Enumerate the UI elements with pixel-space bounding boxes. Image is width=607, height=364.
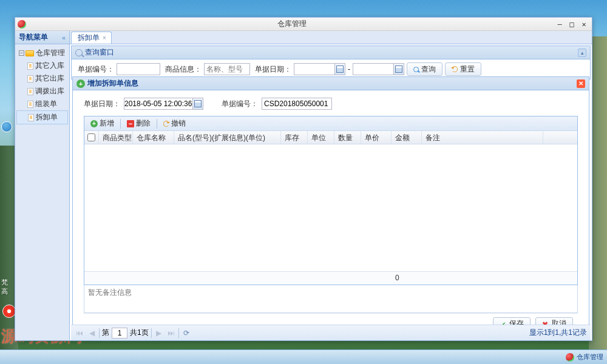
calendar-icon[interactable]	[393, 64, 404, 75]
summary-cell	[361, 272, 392, 285]
add-row-button[interactable]: +新增	[87, 117, 118, 130]
maximize-button[interactable]: □	[566, 20, 577, 29]
taskbar-app-label[interactable]: 仓库管理	[577, 352, 603, 362]
tree-item-1[interactable]: 其它出库	[16, 72, 68, 85]
column-header[interactable]: 金额	[392, 131, 422, 144]
window-title: 仓库管理	[30, 19, 554, 29]
search-icon	[75, 49, 83, 56]
column-header[interactable]: 单位	[308, 131, 334, 144]
select-all-checkbox[interactable]	[84, 131, 99, 144]
pager-refresh-icon[interactable]: ⟳	[181, 328, 191, 338]
order-no-input[interactable]	[117, 63, 160, 75]
panel-close-icon[interactable]: ✕	[577, 79, 585, 88]
query-button[interactable]: 查询	[407, 62, 443, 76]
plus-icon: +	[76, 79, 85, 88]
pager-last-icon[interactable]: ⏭	[166, 328, 176, 338]
column-header[interactable]: 单价	[361, 131, 392, 144]
form-order-no-input[interactable]	[262, 98, 332, 110]
search-panel-header: 查询窗口 ▴	[72, 46, 590, 59]
column-header[interactable]: 品名(型号)(扩展信息)(单位)	[174, 131, 281, 144]
minus-icon: −	[127, 120, 134, 127]
tree-item-2[interactable]: 调拨出库	[16, 85, 68, 98]
tab-close-icon[interactable]: ×	[103, 35, 106, 41]
column-header[interactable]: 仓库名称	[133, 131, 174, 144]
summary-cell	[422, 272, 543, 285]
delete-row-button[interactable]: −删除	[123, 117, 154, 130]
desktop-label: 梵高	[1, 278, 13, 296]
add-panel-header: + 增加拆卸单信息 ✕	[73, 77, 589, 90]
grid-body[interactable]	[84, 144, 577, 271]
date-label: 单据日期：	[255, 64, 291, 75]
nav-tree: − 仓库管理 其它入库其它出库调拨出库组装单拆卸单	[15, 44, 69, 127]
add-panel: + 增加拆卸单信息 ✕ 单据日期： 单据编号： +新增	[72, 76, 589, 338]
summary-cell	[99, 272, 133, 285]
pager-page-input[interactable]	[112, 328, 127, 339]
pager-next-icon[interactable]: ▶	[154, 328, 164, 338]
pager-info: 显示1到1,共1记录	[529, 328, 587, 338]
app-icon	[18, 20, 26, 29]
tabstrip: 拆卸单 ×	[70, 31, 592, 44]
order-no-label: 单据编号：	[78, 64, 114, 75]
product-label: 商品信息：	[165, 64, 202, 75]
product-input[interactable]	[204, 63, 250, 75]
page-icon	[28, 114, 34, 121]
summary-cell	[334, 272, 361, 285]
undo-icon	[163, 121, 169, 127]
page-icon	[27, 62, 33, 70]
summary-cell	[174, 272, 281, 285]
collapse-panel-icon[interactable]: ▴	[578, 49, 586, 57]
calendar-icon[interactable]	[334, 64, 345, 75]
date-from-field[interactable]	[294, 63, 345, 75]
summary-cell	[133, 272, 174, 285]
pager: ⏮ ◀ 第 共1页 ▶ ⏭ ⟳ 显示1到1,共1记录	[71, 325, 591, 340]
column-header[interactable]: 商品类型	[99, 131, 133, 144]
minimize-button[interactable]: —	[554, 20, 565, 29]
pager-first-icon[interactable]: ⏮	[75, 328, 84, 338]
sidebar-header: 导航菜单 «	[15, 31, 69, 44]
summary-cell	[308, 272, 334, 285]
reset-icon	[452, 66, 458, 72]
titlebar: 仓库管理 — □ ✕	[15, 18, 592, 31]
power-icon[interactable]	[2, 305, 16, 318]
detail-grid: +新增 −删除 撤销 商品类型仓库名称品名(型号)(扩展信息)(单位)库存单位数…	[84, 116, 578, 285]
taskbar-app-icon[interactable]	[566, 353, 574, 362]
search-panel: 查询窗口 ▴ 单据编号： 商品信息： 单据日期： - 查询 重置	[71, 46, 591, 79]
form-date-field[interactable]	[124, 98, 203, 110]
search-icon	[413, 67, 419, 72]
reset-button[interactable]: 重置	[445, 62, 481, 76]
summary-cell: 0	[392, 272, 422, 285]
pager-prev-icon[interactable]: ◀	[87, 328, 97, 338]
column-header[interactable]: 数量	[334, 131, 361, 144]
page-icon	[27, 88, 33, 95]
column-header[interactable]: 备注	[422, 131, 543, 144]
main-window: 仓库管理 — □ ✕ 导航菜单 « − 仓库管理 其它入库其它出库调拨出库组装单…	[15, 17, 592, 341]
tab-disassembly[interactable]: 拆卸单 ×	[71, 32, 112, 44]
grid-header: 商品类型仓库名称品名(型号)(扩展信息)(单位)库存单位数量单价金额备注	[84, 131, 577, 144]
date-to-field[interactable]	[353, 63, 404, 75]
taskbar[interactable]: 仓库管理	[0, 349, 607, 364]
desktop-user-icon[interactable]	[1, 121, 12, 132]
remark-textarea[interactable]	[84, 285, 577, 312]
tree-item-0[interactable]: 其它入库	[16, 59, 68, 72]
page-icon	[27, 101, 33, 108]
grid-toolbar: +新增 −删除 撤销	[84, 116, 577, 131]
undo-button[interactable]: 撤销	[160, 117, 189, 130]
folder-icon	[25, 50, 34, 56]
calendar-icon[interactable]	[192, 98, 203, 109]
tree-root[interactable]: − 仓库管理	[16, 47, 68, 59]
plus-icon: +	[90, 120, 98, 127]
tree-item-4[interactable]: 拆卸单	[16, 110, 68, 124]
remark-area	[84, 285, 578, 313]
page-icon	[27, 75, 33, 83]
tree-item-3[interactable]: 组装单	[16, 98, 68, 110]
summary-cell	[281, 272, 308, 285]
sidebar: 导航菜单 « − 仓库管理 其它入库其它出库调拨出库组装单拆卸单	[15, 31, 70, 340]
sidebar-collapse-icon[interactable]: «	[62, 34, 66, 41]
collapse-icon[interactable]: −	[19, 50, 24, 56]
grid-summary: 0	[84, 271, 577, 285]
add-form-row: 单据日期： 单据编号：	[84, 98, 578, 110]
column-header[interactable]: 库存	[281, 131, 308, 144]
close-button[interactable]: ✕	[578, 20, 589, 29]
content-area: 拆卸单 × 查询窗口 ▴ 单据编号： 商品信息： 单据日期： -	[70, 31, 592, 340]
